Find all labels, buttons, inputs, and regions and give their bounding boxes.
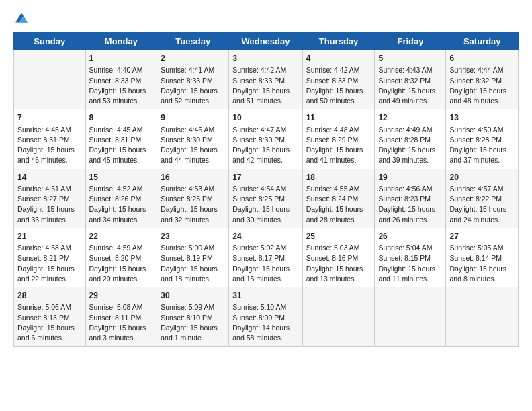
cell-content: Sunrise: 5:04 AM Sunset: 8:15 PM Dayligh… xyxy=(378,243,442,284)
cell-content: Sunrise: 4:41 AM Sunset: 8:33 PM Dayligh… xyxy=(161,65,225,106)
cell-content: Sunrise: 4:48 AM Sunset: 8:29 PM Dayligh… xyxy=(306,125,371,166)
day-number: 11 xyxy=(306,112,371,124)
day-number: 10 xyxy=(232,112,298,124)
day-number: 27 xyxy=(449,231,515,242)
header xyxy=(13,11,519,27)
day-number: 24 xyxy=(232,231,298,242)
calendar-cell: 11Sunrise: 4:48 AM Sunset: 8:29 PM Dayli… xyxy=(302,109,375,169)
calendar-cell: 7Sunrise: 4:45 AM Sunset: 8:31 PM Daylig… xyxy=(14,109,86,169)
day-header-sunday: Sunday xyxy=(14,33,86,50)
calendar-cell: 16Sunrise: 4:53 AM Sunset: 8:25 PM Dayli… xyxy=(157,169,229,228)
day-number: 9 xyxy=(161,112,225,124)
calendar-cell: 20Sunrise: 4:57 AM Sunset: 8:22 PM Dayli… xyxy=(446,169,519,228)
day-number: 25 xyxy=(306,231,371,242)
day-number: 13 xyxy=(449,112,515,124)
cell-content: Sunrise: 4:59 AM Sunset: 8:20 PM Dayligh… xyxy=(89,243,154,284)
day-header-tuesday: Tuesday xyxy=(157,33,229,50)
calendar-cell: 3Sunrise: 4:42 AM Sunset: 8:33 PM Daylig… xyxy=(229,50,302,109)
cell-content: Sunrise: 5:00 AM Sunset: 8:19 PM Dayligh… xyxy=(161,243,225,284)
day-header-saturday: Saturday xyxy=(446,33,519,50)
cell-content: Sunrise: 4:47 AM Sunset: 8:30 PM Dayligh… xyxy=(232,125,298,166)
cell-content: Sunrise: 4:45 AM Sunset: 8:31 PM Dayligh… xyxy=(89,125,154,166)
calendar-cell: 14Sunrise: 4:51 AM Sunset: 8:27 PM Dayli… xyxy=(14,169,86,228)
day-number: 3 xyxy=(232,53,298,64)
cell-content: Sunrise: 4:53 AM Sunset: 8:25 PM Dayligh… xyxy=(161,184,225,225)
cell-content: Sunrise: 4:57 AM Sunset: 8:22 PM Dayligh… xyxy=(449,184,515,225)
calendar-cell: 8Sunrise: 4:45 AM Sunset: 8:31 PM Daylig… xyxy=(85,109,157,169)
cell-content: Sunrise: 4:50 AM Sunset: 8:28 PM Dayligh… xyxy=(449,125,515,166)
day-number: 26 xyxy=(378,231,442,242)
calendar-cell: 17Sunrise: 4:54 AM Sunset: 8:25 PM Dayli… xyxy=(229,169,302,228)
cell-content: Sunrise: 4:42 AM Sunset: 8:33 PM Dayligh… xyxy=(232,65,298,106)
page: SundayMondayTuesdayWednesdayThursdayFrid… xyxy=(0,0,532,411)
cell-content: Sunrise: 4:55 AM Sunset: 8:24 PM Dayligh… xyxy=(306,184,371,225)
header-row: SundayMondayTuesdayWednesdayThursdayFrid… xyxy=(14,33,519,50)
day-number: 15 xyxy=(89,172,154,183)
day-number: 23 xyxy=(161,231,225,242)
calendar-cell: 13Sunrise: 4:50 AM Sunset: 8:28 PM Dayli… xyxy=(446,109,519,169)
calendar-cell: 24Sunrise: 5:02 AM Sunset: 8:17 PM Dayli… xyxy=(229,228,302,287)
week-row-1: 1Sunrise: 4:40 AM Sunset: 8:33 PM Daylig… xyxy=(14,50,519,109)
day-number: 18 xyxy=(306,172,371,183)
cell-content: Sunrise: 5:09 AM Sunset: 8:10 PM Dayligh… xyxy=(161,302,225,343)
day-number: 22 xyxy=(89,231,154,242)
cell-content: Sunrise: 4:49 AM Sunset: 8:28 PM Dayligh… xyxy=(378,125,442,166)
cell-content: Sunrise: 4:54 AM Sunset: 8:25 PM Dayligh… xyxy=(232,184,298,225)
day-header-friday: Friday xyxy=(375,33,446,50)
calendar-cell: 12Sunrise: 4:49 AM Sunset: 8:28 PM Dayli… xyxy=(375,109,446,169)
calendar-cell: 23Sunrise: 5:00 AM Sunset: 8:19 PM Dayli… xyxy=(157,228,229,287)
day-number: 30 xyxy=(161,290,225,302)
day-number: 4 xyxy=(306,53,371,64)
calendar-cell xyxy=(375,287,446,347)
calendar-cell: 9Sunrise: 4:46 AM Sunset: 8:30 PM Daylig… xyxy=(157,109,229,169)
day-number: 6 xyxy=(449,53,515,64)
cell-content: Sunrise: 4:40 AM Sunset: 8:33 PM Dayligh… xyxy=(89,65,154,106)
day-number: 29 xyxy=(89,290,154,302)
cell-content: Sunrise: 5:08 AM Sunset: 8:11 PM Dayligh… xyxy=(89,302,154,343)
cell-content: Sunrise: 4:58 AM Sunset: 8:21 PM Dayligh… xyxy=(17,243,82,284)
day-number: 14 xyxy=(17,172,82,183)
cell-content: Sunrise: 4:43 AM Sunset: 8:32 PM Dayligh… xyxy=(378,65,442,106)
cell-content: Sunrise: 5:02 AM Sunset: 8:17 PM Dayligh… xyxy=(232,243,298,284)
cell-content: Sunrise: 4:42 AM Sunset: 8:33 PM Dayligh… xyxy=(306,65,371,106)
day-number: 19 xyxy=(378,172,442,183)
cell-content: Sunrise: 4:52 AM Sunset: 8:26 PM Dayligh… xyxy=(89,184,154,225)
day-number: 21 xyxy=(17,231,82,242)
calendar-cell: 6Sunrise: 4:44 AM Sunset: 8:32 PM Daylig… xyxy=(446,50,519,109)
calendar-cell: 5Sunrise: 4:43 AM Sunset: 8:32 PM Daylig… xyxy=(375,50,446,109)
day-number: 2 xyxy=(161,53,225,64)
day-number: 7 xyxy=(17,112,82,124)
day-header-monday: Monday xyxy=(85,33,157,50)
day-number: 5 xyxy=(378,53,442,64)
calendar-cell: 29Sunrise: 5:08 AM Sunset: 8:11 PM Dayli… xyxy=(85,287,157,347)
calendar-cell: 15Sunrise: 4:52 AM Sunset: 8:26 PM Dayli… xyxy=(85,169,157,228)
cell-content: Sunrise: 4:46 AM Sunset: 8:30 PM Dayligh… xyxy=(161,125,225,166)
calendar-table: SundayMondayTuesdayWednesdayThursdayFrid… xyxy=(13,32,519,347)
calendar-cell: 31Sunrise: 5:10 AM Sunset: 8:09 PM Dayli… xyxy=(229,287,302,347)
calendar-cell: 21Sunrise: 4:58 AM Sunset: 8:21 PM Dayli… xyxy=(14,228,86,287)
calendar-cell: 19Sunrise: 4:56 AM Sunset: 8:23 PM Dayli… xyxy=(375,169,446,228)
week-row-2: 7Sunrise: 4:45 AM Sunset: 8:31 PM Daylig… xyxy=(14,109,519,169)
cell-content: Sunrise: 5:06 AM Sunset: 8:13 PM Dayligh… xyxy=(17,302,82,343)
calendar-cell: 18Sunrise: 4:55 AM Sunset: 8:24 PM Dayli… xyxy=(302,169,375,228)
cell-content: Sunrise: 4:45 AM Sunset: 8:31 PM Dayligh… xyxy=(17,125,82,166)
day-number: 28 xyxy=(17,290,82,302)
week-row-3: 14Sunrise: 4:51 AM Sunset: 8:27 PM Dayli… xyxy=(14,169,519,228)
calendar-cell: 1Sunrise: 4:40 AM Sunset: 8:33 PM Daylig… xyxy=(85,50,157,109)
day-number: 20 xyxy=(449,172,515,183)
calendar-cell: 22Sunrise: 4:59 AM Sunset: 8:20 PM Dayli… xyxy=(85,228,157,287)
calendar-cell xyxy=(302,287,375,347)
cell-content: Sunrise: 4:51 AM Sunset: 8:27 PM Dayligh… xyxy=(17,184,82,225)
day-number: 12 xyxy=(378,112,442,124)
cell-content: Sunrise: 4:56 AM Sunset: 8:23 PM Dayligh… xyxy=(378,184,442,225)
cell-content: Sunrise: 4:44 AM Sunset: 8:32 PM Dayligh… xyxy=(449,65,515,106)
logo xyxy=(13,11,32,27)
calendar-cell: 27Sunrise: 5:05 AM Sunset: 8:14 PM Dayli… xyxy=(446,228,519,287)
day-header-wednesday: Wednesday xyxy=(229,33,302,50)
week-row-4: 21Sunrise: 4:58 AM Sunset: 8:21 PM Dayli… xyxy=(14,228,519,287)
calendar-cell: 4Sunrise: 4:42 AM Sunset: 8:33 PM Daylig… xyxy=(302,50,375,109)
day-header-thursday: Thursday xyxy=(302,33,375,50)
cell-content: Sunrise: 5:03 AM Sunset: 8:16 PM Dayligh… xyxy=(306,243,371,284)
calendar-cell: 10Sunrise: 4:47 AM Sunset: 8:30 PM Dayli… xyxy=(229,109,302,169)
day-number: 8 xyxy=(89,112,154,124)
